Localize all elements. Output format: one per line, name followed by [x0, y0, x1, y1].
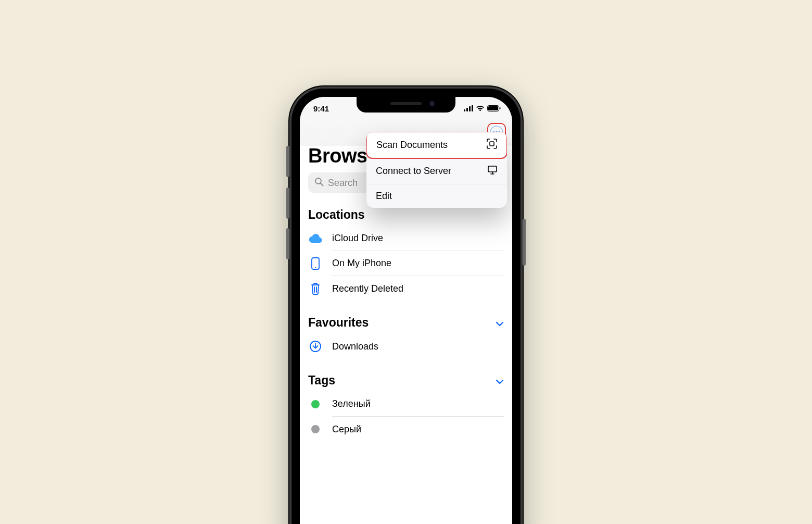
- screen: 9:41: [300, 97, 512, 524]
- row-label: Recently Deleted: [332, 283, 403, 294]
- trash-icon: [308, 282, 323, 295]
- chevron-down-icon: [496, 373, 504, 388]
- download-circle-icon: [308, 340, 323, 353]
- cellular-icon: [464, 105, 473, 111]
- notch: [357, 97, 455, 113]
- favourites-list: Downloads: [308, 334, 504, 359]
- svg-rect-3: [472, 105, 473, 111]
- row-label: Зеленый: [332, 398, 371, 409]
- section-locations-header[interactable]: Locations: [308, 208, 504, 222]
- svg-point-13: [315, 178, 321, 184]
- iphone-icon: [308, 257, 323, 270]
- section-favourites-header[interactable]: Favourites: [308, 316, 504, 330]
- tag-dot-icon: [311, 425, 320, 433]
- favourite-downloads[interactable]: Downloads: [308, 334, 504, 359]
- svg-point-16: [315, 267, 316, 268]
- row-label: iCloud Drive: [332, 233, 383, 244]
- menu-item-label: Connect to Server: [376, 166, 451, 177]
- phone-frame: 9:41: [291, 89, 521, 524]
- svg-rect-1: [466, 108, 468, 111]
- menu-edit[interactable]: Edit: [366, 184, 507, 208]
- row-label: Серый: [332, 424, 361, 435]
- section-title: Tags: [308, 373, 335, 388]
- tags-list: Зеленый Серый: [308, 392, 504, 442]
- location-recently-deleted[interactable]: Recently Deleted: [308, 276, 504, 301]
- wifi-icon: [476, 105, 485, 111]
- search-icon: [314, 177, 324, 189]
- monitor-icon: [487, 165, 498, 178]
- location-on-my-iphone[interactable]: On My iPhone: [308, 251, 504, 276]
- svg-rect-11: [490, 142, 494, 146]
- more-menu-popover: Scan Documents Connect to Server: [366, 132, 507, 208]
- svg-rect-6: [500, 107, 501, 109]
- tag-row-green[interactable]: Зеленый: [308, 392, 504, 417]
- svg-rect-5: [488, 106, 498, 110]
- battery-icon: [487, 105, 501, 111]
- locations-list: iCloud Drive On My iPhone: [308, 226, 504, 301]
- tag-dot-icon: [311, 400, 320, 408]
- cloud-icon: [308, 234, 323, 243]
- scan-icon: [487, 139, 497, 152]
- row-label: Downloads: [332, 341, 378, 352]
- section-title: Locations: [308, 208, 365, 222]
- menu-scan-documents[interactable]: Scan Documents: [366, 132, 507, 159]
- svg-rect-12: [488, 166, 497, 172]
- menu-item-label: Edit: [376, 191, 392, 202]
- tag-row-grey[interactable]: Серый: [308, 417, 504, 442]
- menu-connect-server[interactable]: Connect to Server: [366, 158, 507, 184]
- location-icloud-drive[interactable]: iCloud Drive: [308, 226, 504, 251]
- chevron-down-icon: [496, 316, 504, 330]
- svg-line-14: [321, 183, 323, 186]
- section-tags-header[interactable]: Tags: [308, 373, 504, 388]
- row-label: On My iPhone: [332, 258, 391, 269]
- status-time: 9:41: [313, 104, 329, 113]
- svg-rect-0: [464, 109, 465, 111]
- menu-item-label: Scan Documents: [376, 140, 448, 151]
- search-placeholder: Search: [328, 178, 358, 189]
- svg-rect-2: [469, 106, 471, 111]
- section-title: Favourites: [308, 316, 369, 330]
